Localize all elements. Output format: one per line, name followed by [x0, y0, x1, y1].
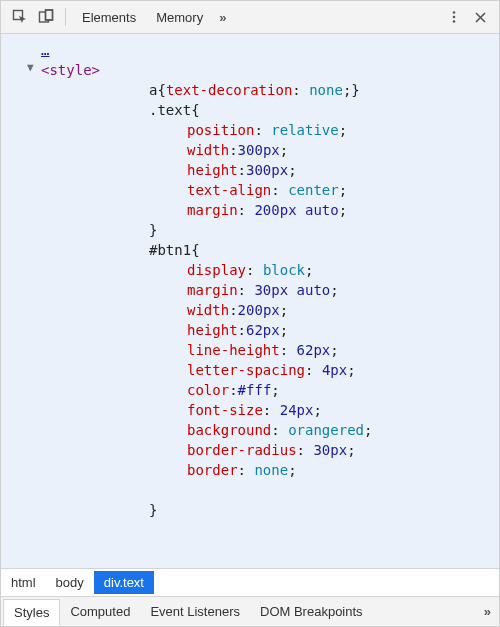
css-value: 300px — [246, 162, 288, 178]
rule-text-selector: .text{ — [41, 100, 499, 120]
breadcrumbs-bar: html body div.text — [1, 568, 499, 596]
devtools-toolbar: Elements Memory » — [1, 1, 499, 34]
close-devtools-icon[interactable] — [467, 4, 493, 30]
rule-a: a{text-decoration: none;} — [41, 80, 499, 100]
css-value: none — [254, 462, 288, 478]
css-property: height — [187, 162, 238, 178]
css-declaration: border-radius: 30px; — [41, 440, 499, 460]
css-declaration: margin: 30px auto; — [41, 280, 499, 300]
bottom-tabs-overflow-icon[interactable]: » — [478, 604, 497, 619]
css-property: border-radius — [187, 442, 297, 458]
css-value: 62px — [297, 342, 331, 358]
collapse-arrow-icon[interactable]: ▼ — [27, 58, 34, 78]
css-value: 30px auto — [254, 282, 330, 298]
source-panel[interactable]: … ▼ <style> a{text-decoration: none;} .t… — [1, 34, 499, 568]
css-declaration: display: block; — [41, 260, 499, 280]
css-property: letter-spacing — [187, 362, 305, 378]
rule-btn-selector: #btn1{ — [41, 240, 499, 260]
css-declaration: height:62px; — [41, 320, 499, 340]
css-declaration: width:300px; — [41, 140, 499, 160]
css-declaration: border: none; — [41, 460, 499, 480]
css-property: color — [187, 382, 229, 398]
css-declaration: background: orangered; — [41, 420, 499, 440]
tabs-overflow-icon[interactable]: » — [213, 10, 232, 25]
css-value: 300px — [238, 142, 280, 158]
css-property: text-align — [187, 182, 271, 198]
svg-rect-2 — [46, 10, 53, 20]
css-property: margin — [187, 282, 238, 298]
css-value: center — [288, 182, 339, 198]
css-value: #fff — [238, 382, 272, 398]
blank-line — [41, 480, 499, 500]
css-property: height — [187, 322, 238, 338]
css-value: 200px — [238, 302, 280, 318]
css-declaration: text-align: center; — [41, 180, 499, 200]
bottom-tab-computed[interactable]: Computed — [60, 599, 140, 624]
rule-btn-close: } — [41, 500, 499, 520]
css-declaration: margin: 200px auto; — [41, 200, 499, 220]
css-declaration: letter-spacing: 4px; — [41, 360, 499, 380]
svg-point-5 — [453, 16, 456, 19]
css-value: 24px — [280, 402, 314, 418]
css-declaration: position: relative; — [41, 120, 499, 140]
device-toggle-icon[interactable] — [33, 4, 59, 30]
css-property: background — [187, 422, 271, 438]
css-value: block — [263, 262, 305, 278]
css-property: width — [187, 302, 229, 318]
bottom-tab-dom-breakpoints[interactable]: DOM Breakpoints — [250, 599, 373, 624]
inspect-element-icon[interactable] — [7, 4, 33, 30]
css-property: line-height — [187, 342, 280, 358]
breadcrumb-body[interactable]: body — [46, 571, 94, 594]
rule-text-close: } — [41, 220, 499, 240]
bottom-tab-styles[interactable]: Styles — [3, 599, 60, 626]
svg-point-4 — [453, 11, 456, 14]
css-value: 62px — [246, 322, 280, 338]
truncated-line: … — [41, 40, 499, 60]
css-value: 4px — [322, 362, 347, 378]
css-declaration: line-height: 62px; — [41, 340, 499, 360]
css-property: border — [187, 462, 238, 478]
styles-panel-tabs: Styles Computed Event Listeners DOM Brea… — [1, 596, 499, 626]
css-value: orangered — [288, 422, 364, 438]
css-declaration: width:200px; — [41, 300, 499, 320]
css-property: width — [187, 142, 229, 158]
css-declaration: font-size: 24px; — [41, 400, 499, 420]
breadcrumb-div-text[interactable]: div.text — [94, 571, 154, 594]
tab-memory[interactable]: Memory — [146, 4, 213, 31]
style-open-tag: <style> — [41, 60, 499, 80]
css-value: 200px auto — [254, 202, 338, 218]
tab-elements[interactable]: Elements — [72, 4, 146, 31]
css-property: margin — [187, 202, 238, 218]
bottom-tab-event-listeners[interactable]: Event Listeners — [140, 599, 250, 624]
css-value: 30px — [313, 442, 347, 458]
css-property: position — [187, 122, 254, 138]
kebab-menu-icon[interactable] — [441, 4, 467, 30]
breadcrumb-html[interactable]: html — [1, 571, 46, 594]
css-property: display — [187, 262, 246, 278]
css-declaration: height:300px; — [41, 160, 499, 180]
css-value: relative — [271, 122, 338, 138]
svg-point-6 — [453, 20, 456, 23]
css-declaration: color:#fff; — [41, 380, 499, 400]
css-property: font-size — [187, 402, 263, 418]
toolbar-separator — [65, 8, 66, 26]
